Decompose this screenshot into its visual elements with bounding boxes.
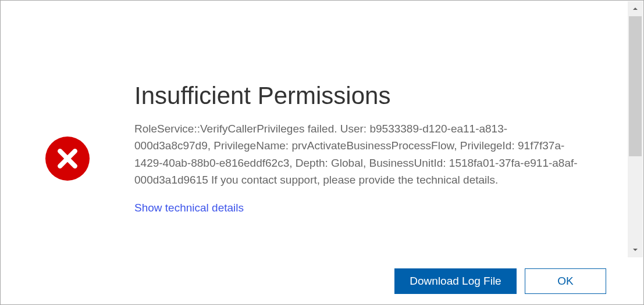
button-bar: Download Log File OK [1,258,643,304]
scroll-up-arrow[interactable] [628,1,643,16]
error-icon [45,137,90,181]
vertical-scrollbar[interactable] [628,1,643,257]
dialog-body: Insufficient Permissions RoleService::Ve… [1,1,643,258]
scroll-track[interactable] [628,16,643,242]
error-message: RoleService::VerifyCallerPrivileges fail… [134,120,582,189]
dialog-title: Insufficient Permissions [134,82,582,110]
content-column: Insufficient Permissions RoleService::Ve… [134,24,600,258]
ok-button[interactable]: OK [525,268,606,294]
show-technical-details-link[interactable]: Show technical details [134,202,244,214]
icon-column [1,24,134,258]
download-log-file-button[interactable]: Download Log File [394,268,517,294]
scroll-thumb[interactable] [629,16,642,156]
scroll-down-arrow[interactable] [628,242,643,257]
